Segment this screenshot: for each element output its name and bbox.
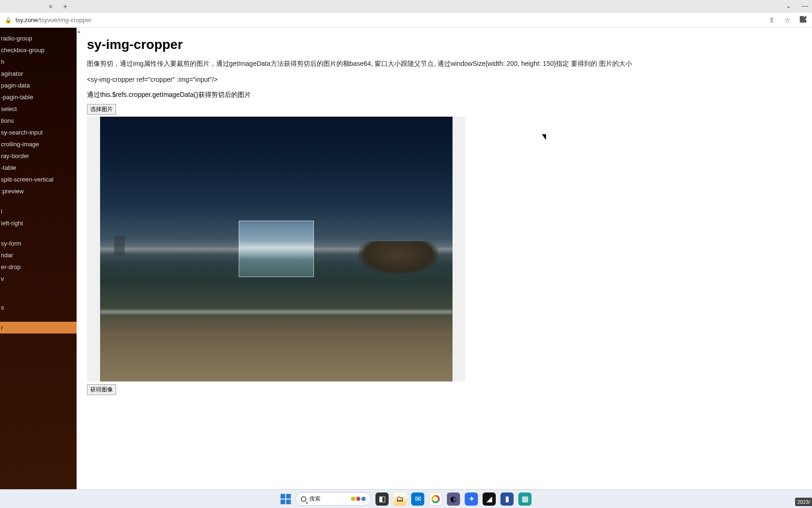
page-viewport: radio-groupcheckbox-grouphaginatorpagin-… bbox=[0, 28, 812, 508]
select-image-button[interactable]: 选择图片 bbox=[87, 104, 116, 115]
sidebar-item[interactable]: aginator bbox=[0, 68, 77, 79]
sidebar-item[interactable]: s bbox=[0, 302, 77, 313]
sidebar-item bbox=[0, 285, 77, 293]
sidebar-item[interactable]: sy-form bbox=[0, 238, 77, 249]
cropper-source-image[interactable] bbox=[100, 117, 453, 381]
minimize-icon[interactable]: — bbox=[802, 2, 808, 9]
sidebar-item[interactable]: l bbox=[0, 206, 77, 217]
sidebar-item bbox=[0, 293, 77, 302]
url-host[interactable]: tsy.zone/tsyvue/img-cropper bbox=[16, 16, 92, 24]
sidebar-item[interactable]: ndar bbox=[0, 249, 77, 261]
sidebar-item[interactable]: h bbox=[0, 56, 77, 68]
sidebar-item[interactable]: checkbox-group bbox=[0, 44, 77, 56]
component-description: 图像剪切，通过img属性传入要裁剪的图片，通过getImageData方法获得剪… bbox=[87, 60, 806, 68]
sidebar-item[interactable]: left-right bbox=[0, 217, 77, 229]
os-taskbar: 搜索 ◧ 🗂 ✉ ◐ ✦ ◢ ▮ ▦ bbox=[0, 489, 812, 508]
chevron-down-icon[interactable]: ⌄ bbox=[786, 2, 791, 9]
share-icon[interactable]: ⇪ bbox=[769, 16, 775, 24]
sidebar-item bbox=[0, 313, 77, 322]
sidebar-item bbox=[0, 229, 77, 238]
new-tab-button[interactable]: + bbox=[63, 2, 67, 11]
search-badge-icon bbox=[351, 497, 366, 501]
app-icon-navy[interactable]: ▮ bbox=[500, 492, 514, 506]
get-image-button[interactable]: 获得图像 bbox=[87, 384, 116, 395]
page-title: sy-img-cropper bbox=[87, 37, 806, 52]
start-button[interactable] bbox=[281, 494, 291, 504]
main-content: sy-img-cropper 图像剪切，通过img属性传入要裁剪的图片，通过ge… bbox=[81, 28, 812, 508]
taskbar-search-placeholder: 搜索 bbox=[309, 495, 320, 503]
sidebar-item[interactable]: -pagin-table bbox=[0, 91, 77, 103]
sidebar: radio-groupcheckbox-grouphaginatorpagin-… bbox=[0, 28, 77, 508]
taskview-icon[interactable]: ◧ bbox=[375, 492, 389, 506]
sidebar-item[interactable]: split-screen-vertical bbox=[0, 174, 77, 185]
mail-icon[interactable]: ✉ bbox=[411, 492, 424, 506]
chrome-icon[interactable] bbox=[429, 492, 442, 506]
cropper-crop-box[interactable] bbox=[239, 221, 314, 277]
sidebar-item[interactable]: tions bbox=[0, 115, 77, 127]
app-icon-blue[interactable]: ✦ bbox=[465, 492, 478, 506]
search-icon bbox=[301, 496, 306, 502]
browser-address-bar: 🔒 tsy.zone/tsyvue/img-cropper ⇪ ☆ bbox=[0, 13, 812, 28]
image-cropper[interactable] bbox=[87, 117, 465, 381]
explorer-icon[interactable]: 🗂 bbox=[393, 492, 406, 506]
sidebar-item[interactable]: select bbox=[0, 103, 77, 115]
eclipse-icon[interactable]: ◐ bbox=[447, 492, 460, 506]
extensions-icon[interactable] bbox=[800, 16, 806, 24]
taskbar-search[interactable]: 搜索 bbox=[296, 492, 371, 506]
method-note: 通过this.$refs.cropper.getImageData()获得剪切后… bbox=[87, 91, 806, 99]
sidebar-item[interactable]: ray-border bbox=[0, 150, 77, 162]
content-scrollbar[interactable]: ▲ bbox=[77, 28, 81, 508]
taskbar-date[interactable]: 2023/ bbox=[795, 498, 812, 506]
close-icon[interactable]: × bbox=[49, 3, 53, 10]
bookmark-icon[interactable]: ☆ bbox=[784, 16, 790, 24]
scroll-up-icon[interactable]: ▲ bbox=[77, 29, 81, 34]
app-icon-dark[interactable]: ◢ bbox=[483, 492, 496, 506]
code-sample: <sy-img-cropper ref="cropper" :img="inpu… bbox=[87, 76, 806, 83]
sidebar-item[interactable]: pagin-data bbox=[0, 79, 77, 91]
sidebar-item[interactable]: radio-group bbox=[0, 32, 77, 44]
sidebar-item[interactable]: :preview bbox=[0, 185, 77, 197]
sidebar-item-active[interactable]: r bbox=[0, 322, 77, 333]
sidebar-item[interactable]: er-drop bbox=[0, 261, 77, 273]
sidebar-item bbox=[0, 197, 77, 206]
sidebar-item[interactable]: crolling-image bbox=[0, 138, 77, 150]
sidebar-item[interactable]: v bbox=[0, 273, 77, 285]
sidebar-item[interactable]: -table bbox=[0, 162, 77, 174]
browser-tabbar: × + ⌄ — bbox=[0, 0, 812, 13]
lock-icon: 🔒 bbox=[5, 17, 12, 24]
sidebar-item[interactable]: sy-search-input bbox=[0, 127, 77, 138]
browser-tab[interactable]: × bbox=[0, 0, 56, 12]
app-icon-teal[interactable]: ▦ bbox=[518, 492, 531, 506]
